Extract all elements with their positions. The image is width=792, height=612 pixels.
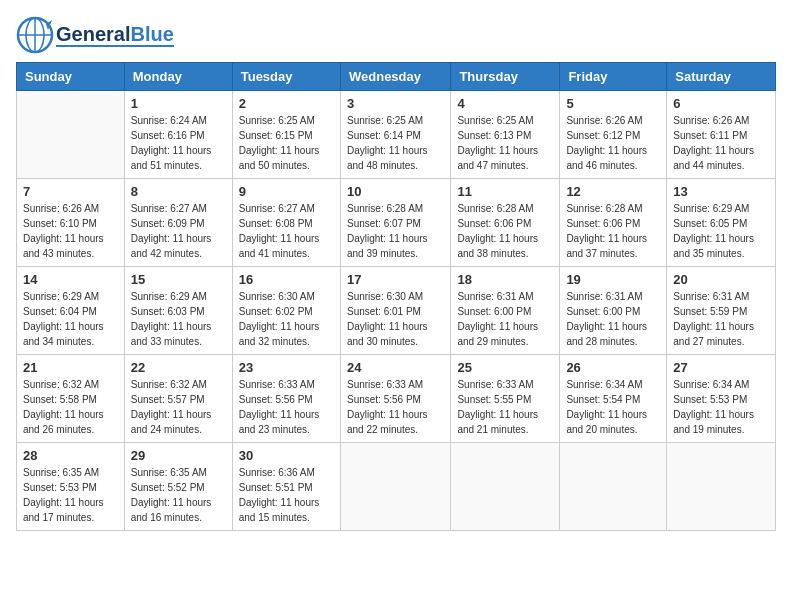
- day-number: 24: [347, 360, 444, 375]
- calendar-day-cell: 12Sunrise: 6:28 AM Sunset: 6:06 PM Dayli…: [560, 179, 667, 267]
- day-number: 30: [239, 448, 334, 463]
- calendar-day-cell: [340, 443, 450, 531]
- day-number: 12: [566, 184, 660, 199]
- day-number: 29: [131, 448, 226, 463]
- calendar-day-cell: 29Sunrise: 6:35 AM Sunset: 5:52 PM Dayli…: [124, 443, 232, 531]
- day-info: Sunrise: 6:32 AM Sunset: 5:58 PM Dayligh…: [23, 377, 118, 437]
- calendar-day-cell: 7Sunrise: 6:26 AM Sunset: 6:10 PM Daylig…: [17, 179, 125, 267]
- calendar-table: SundayMondayTuesdayWednesdayThursdayFrid…: [16, 62, 776, 531]
- calendar-day-cell: 2Sunrise: 6:25 AM Sunset: 6:15 PM Daylig…: [232, 91, 340, 179]
- day-info: Sunrise: 6:33 AM Sunset: 5:56 PM Dayligh…: [347, 377, 444, 437]
- day-number: 27: [673, 360, 769, 375]
- day-number: 7: [23, 184, 118, 199]
- day-number: 26: [566, 360, 660, 375]
- calendar-day-cell: 23Sunrise: 6:33 AM Sunset: 5:56 PM Dayli…: [232, 355, 340, 443]
- day-info: Sunrise: 6:34 AM Sunset: 5:53 PM Dayligh…: [673, 377, 769, 437]
- day-info: Sunrise: 6:30 AM Sunset: 6:02 PM Dayligh…: [239, 289, 334, 349]
- calendar-day-cell: 10Sunrise: 6:28 AM Sunset: 6:07 PM Dayli…: [340, 179, 450, 267]
- calendar-day-cell: 20Sunrise: 6:31 AM Sunset: 5:59 PM Dayli…: [667, 267, 776, 355]
- day-number: 20: [673, 272, 769, 287]
- day-number: 23: [239, 360, 334, 375]
- day-info: Sunrise: 6:24 AM Sunset: 6:16 PM Dayligh…: [131, 113, 226, 173]
- weekday-header: Thursday: [451, 63, 560, 91]
- day-info: Sunrise: 6:31 AM Sunset: 5:59 PM Dayligh…: [673, 289, 769, 349]
- calendar-day-cell: [560, 443, 667, 531]
- day-info: Sunrise: 6:28 AM Sunset: 6:06 PM Dayligh…: [566, 201, 660, 261]
- calendar-day-cell: 13Sunrise: 6:29 AM Sunset: 6:05 PM Dayli…: [667, 179, 776, 267]
- calendar-day-cell: 17Sunrise: 6:30 AM Sunset: 6:01 PM Dayli…: [340, 267, 450, 355]
- day-info: Sunrise: 6:35 AM Sunset: 5:52 PM Dayligh…: [131, 465, 226, 525]
- calendar-day-cell: 22Sunrise: 6:32 AM Sunset: 5:57 PM Dayli…: [124, 355, 232, 443]
- calendar-day-cell: 6Sunrise: 6:26 AM Sunset: 6:11 PM Daylig…: [667, 91, 776, 179]
- calendar-day-cell: 30Sunrise: 6:36 AM Sunset: 5:51 PM Dayli…: [232, 443, 340, 531]
- day-info: Sunrise: 6:29 AM Sunset: 6:04 PM Dayligh…: [23, 289, 118, 349]
- calendar-header-row: SundayMondayTuesdayWednesdayThursdayFrid…: [17, 63, 776, 91]
- weekday-header: Sunday: [17, 63, 125, 91]
- day-number: 13: [673, 184, 769, 199]
- day-number: 3: [347, 96, 444, 111]
- day-number: 21: [23, 360, 118, 375]
- day-number: 2: [239, 96, 334, 111]
- day-info: Sunrise: 6:33 AM Sunset: 5:55 PM Dayligh…: [457, 377, 553, 437]
- day-number: 18: [457, 272, 553, 287]
- calendar-day-cell: 14Sunrise: 6:29 AM Sunset: 6:04 PM Dayli…: [17, 267, 125, 355]
- day-number: 19: [566, 272, 660, 287]
- day-info: Sunrise: 6:31 AM Sunset: 6:00 PM Dayligh…: [566, 289, 660, 349]
- calendar-day-cell: [667, 443, 776, 531]
- day-info: Sunrise: 6:33 AM Sunset: 5:56 PM Dayligh…: [239, 377, 334, 437]
- calendar-day-cell: [17, 91, 125, 179]
- day-number: 14: [23, 272, 118, 287]
- day-number: 22: [131, 360, 226, 375]
- calendar-day-cell: [451, 443, 560, 531]
- day-info: Sunrise: 6:29 AM Sunset: 6:03 PM Dayligh…: [131, 289, 226, 349]
- calendar-day-cell: 26Sunrise: 6:34 AM Sunset: 5:54 PM Dayli…: [560, 355, 667, 443]
- calendar-day-cell: 18Sunrise: 6:31 AM Sunset: 6:00 PM Dayli…: [451, 267, 560, 355]
- day-info: Sunrise: 6:26 AM Sunset: 6:11 PM Dayligh…: [673, 113, 769, 173]
- calendar-week-row: 1Sunrise: 6:24 AM Sunset: 6:16 PM Daylig…: [17, 91, 776, 179]
- calendar-week-row: 14Sunrise: 6:29 AM Sunset: 6:04 PM Dayli…: [17, 267, 776, 355]
- day-number: 5: [566, 96, 660, 111]
- day-info: Sunrise: 6:35 AM Sunset: 5:53 PM Dayligh…: [23, 465, 118, 525]
- calendar-day-cell: 5Sunrise: 6:26 AM Sunset: 6:12 PM Daylig…: [560, 91, 667, 179]
- calendar-day-cell: 25Sunrise: 6:33 AM Sunset: 5:55 PM Dayli…: [451, 355, 560, 443]
- day-number: 15: [131, 272, 226, 287]
- calendar-day-cell: 28Sunrise: 6:35 AM Sunset: 5:53 PM Dayli…: [17, 443, 125, 531]
- calendar-day-cell: 15Sunrise: 6:29 AM Sunset: 6:03 PM Dayli…: [124, 267, 232, 355]
- day-number: 16: [239, 272, 334, 287]
- day-info: Sunrise: 6:30 AM Sunset: 6:01 PM Dayligh…: [347, 289, 444, 349]
- day-number: 1: [131, 96, 226, 111]
- calendar-day-cell: 27Sunrise: 6:34 AM Sunset: 5:53 PM Dayli…: [667, 355, 776, 443]
- calendar-day-cell: 1Sunrise: 6:24 AM Sunset: 6:16 PM Daylig…: [124, 91, 232, 179]
- day-number: 4: [457, 96, 553, 111]
- weekday-header: Monday: [124, 63, 232, 91]
- day-number: 9: [239, 184, 334, 199]
- day-info: Sunrise: 6:26 AM Sunset: 6:10 PM Dayligh…: [23, 201, 118, 261]
- calendar-day-cell: 8Sunrise: 6:27 AM Sunset: 6:09 PM Daylig…: [124, 179, 232, 267]
- day-info: Sunrise: 6:34 AM Sunset: 5:54 PM Dayligh…: [566, 377, 660, 437]
- day-info: Sunrise: 6:36 AM Sunset: 5:51 PM Dayligh…: [239, 465, 334, 525]
- calendar-day-cell: 3Sunrise: 6:25 AM Sunset: 6:14 PM Daylig…: [340, 91, 450, 179]
- calendar-day-cell: 4Sunrise: 6:25 AM Sunset: 6:13 PM Daylig…: [451, 91, 560, 179]
- logo: GeneralBlue: [16, 16, 174, 54]
- logo-text: GeneralBlue: [56, 23, 174, 45]
- day-info: Sunrise: 6:29 AM Sunset: 6:05 PM Dayligh…: [673, 201, 769, 261]
- calendar-week-row: 7Sunrise: 6:26 AM Sunset: 6:10 PM Daylig…: [17, 179, 776, 267]
- weekday-header: Wednesday: [340, 63, 450, 91]
- day-number: 10: [347, 184, 444, 199]
- day-info: Sunrise: 6:27 AM Sunset: 6:08 PM Dayligh…: [239, 201, 334, 261]
- calendar-week-row: 21Sunrise: 6:32 AM Sunset: 5:58 PM Dayli…: [17, 355, 776, 443]
- day-info: Sunrise: 6:31 AM Sunset: 6:00 PM Dayligh…: [457, 289, 553, 349]
- day-info: Sunrise: 6:28 AM Sunset: 6:06 PM Dayligh…: [457, 201, 553, 261]
- calendar-day-cell: 24Sunrise: 6:33 AM Sunset: 5:56 PM Dayli…: [340, 355, 450, 443]
- calendar-day-cell: 9Sunrise: 6:27 AM Sunset: 6:08 PM Daylig…: [232, 179, 340, 267]
- day-info: Sunrise: 6:27 AM Sunset: 6:09 PM Dayligh…: [131, 201, 226, 261]
- calendar-day-cell: 11Sunrise: 6:28 AM Sunset: 6:06 PM Dayli…: [451, 179, 560, 267]
- day-number: 25: [457, 360, 553, 375]
- day-info: Sunrise: 6:25 AM Sunset: 6:14 PM Dayligh…: [347, 113, 444, 173]
- day-info: Sunrise: 6:28 AM Sunset: 6:07 PM Dayligh…: [347, 201, 444, 261]
- weekday-header: Tuesday: [232, 63, 340, 91]
- calendar-day-cell: 21Sunrise: 6:32 AM Sunset: 5:58 PM Dayli…: [17, 355, 125, 443]
- page-header: GeneralBlue: [16, 16, 776, 54]
- day-info: Sunrise: 6:26 AM Sunset: 6:12 PM Dayligh…: [566, 113, 660, 173]
- day-number: 8: [131, 184, 226, 199]
